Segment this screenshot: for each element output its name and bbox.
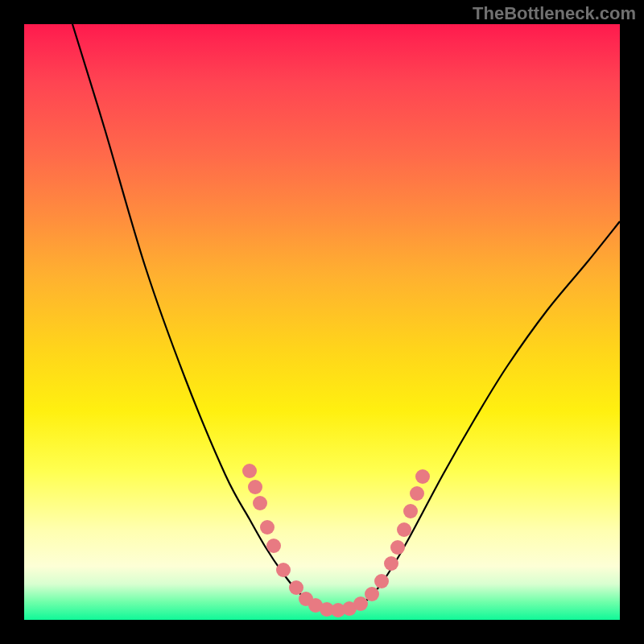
data-point	[353, 597, 368, 611]
data-points-group	[242, 464, 430, 617]
data-point	[266, 539, 281, 553]
data-point	[384, 556, 398, 571]
chart-plot-area	[24, 24, 620, 620]
chart-svg	[24, 24, 620, 620]
data-point	[242, 464, 257, 478]
data-point	[276, 563, 291, 577]
data-point	[289, 580, 303, 595]
data-point	[415, 469, 430, 484]
data-point	[365, 587, 379, 601]
data-point	[248, 480, 262, 494]
data-point	[260, 520, 275, 535]
data-point	[374, 574, 389, 588]
watermark-text: TheBottleneck.com	[473, 3, 636, 24]
data-point	[410, 486, 424, 501]
bottleneck-curve	[72, 24, 620, 611]
data-point	[253, 496, 267, 510]
data-point	[397, 522, 411, 537]
data-point	[390, 540, 405, 555]
data-point	[403, 504, 418, 518]
